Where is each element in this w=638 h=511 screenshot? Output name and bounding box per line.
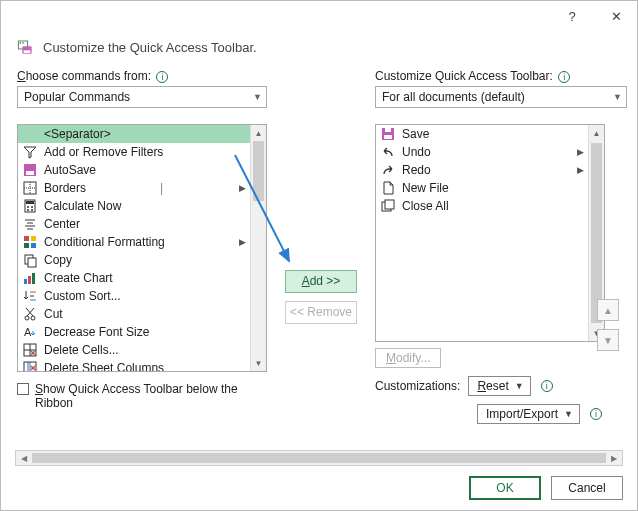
choose-commands-dropdown[interactable]: Popular Commands ▼	[17, 86, 267, 108]
save-icon	[380, 126, 396, 142]
import-export-dropdown[interactable]: Import/Export ▼	[477, 404, 580, 424]
list-item-label: Redo	[402, 163, 431, 177]
cut-icon	[22, 306, 38, 322]
svg-point-12	[27, 206, 29, 208]
svg-rect-28	[32, 273, 35, 284]
chevron-down-icon: ▼	[515, 381, 524, 391]
list-item[interactable]: Delete Sheet Columns	[18, 359, 250, 371]
dialog-footer: OK Cancel	[469, 476, 623, 500]
redo-icon	[380, 162, 396, 178]
svg-rect-48	[385, 128, 391, 132]
qat-icon	[17, 39, 33, 55]
choose-commands-label: Choose commands from: i	[17, 69, 267, 83]
svg-line-35	[26, 308, 33, 316]
list-item[interactable]: <Separator>	[18, 125, 250, 143]
list-item[interactable]: Custom Sort...	[18, 287, 250, 305]
chart-icon	[22, 270, 38, 286]
customize-qat-label: Customize Quick Access Toolbar: i	[375, 69, 627, 83]
submenu-icon: ▶	[577, 165, 584, 175]
list-item[interactable]: Add or Remove Filters	[18, 143, 250, 161]
scroll-right-icon[interactable]: ▶	[606, 451, 622, 465]
svg-rect-1	[20, 42, 21, 43]
list-item[interactable]: Undo▶	[376, 143, 588, 161]
calc-icon	[22, 198, 38, 214]
ok-button[interactable]: OK	[469, 476, 541, 500]
list-item-label: <Separator>	[44, 127, 111, 141]
condfmt-icon	[22, 234, 38, 250]
scroll-left-icon[interactable]: ◀	[16, 451, 32, 465]
list-item-label: New File	[402, 181, 449, 195]
scroll-up-icon[interactable]: ▲	[589, 125, 604, 141]
fontdec-icon: A	[22, 324, 38, 340]
show-below-ribbon-checkbox[interactable]: Show Quick Access Toolbar below the Ribb…	[17, 382, 267, 410]
available-commands-list[interactable]: <Separator>Add or Remove FiltersAutoSave…	[17, 124, 267, 372]
info-icon[interactable]: i	[156, 71, 168, 83]
submenu-icon: ▶	[577, 147, 584, 157]
svg-point-15	[31, 209, 33, 211]
svg-rect-4	[24, 50, 31, 53]
scroll-up-icon[interactable]: ▲	[251, 125, 266, 141]
list-item[interactable]: Calculate Now	[18, 197, 250, 215]
hscrollbar[interactable]: ◀ ▶	[15, 450, 623, 466]
svg-point-14	[27, 209, 29, 211]
svg-rect-23	[31, 243, 36, 248]
list-item-label: Borders	[44, 181, 86, 195]
list-item[interactable]: Borders|▶	[18, 179, 250, 197]
info-icon[interactable]: i	[558, 71, 570, 83]
cancel-button[interactable]: Cancel	[551, 476, 623, 500]
move-down-button[interactable]: ▼	[597, 329, 619, 351]
list-item[interactable]: Delete Cells...	[18, 341, 250, 359]
list-item[interactable]: AutoSave	[18, 161, 250, 179]
move-up-button[interactable]: ▲	[597, 299, 619, 321]
svg-rect-6	[26, 171, 34, 175]
borders-icon	[22, 180, 38, 196]
close-button[interactable]: ✕	[603, 5, 629, 27]
chevron-down-icon: ▼	[613, 92, 622, 102]
svg-rect-50	[385, 200, 394, 209]
vscrollbar[interactable]: ▲ ▼	[250, 125, 266, 371]
submenu-icon: ▶	[239, 183, 246, 193]
svg-text:A: A	[24, 326, 32, 338]
delcells-icon	[22, 342, 38, 358]
svg-point-33	[31, 316, 35, 320]
closeall-icon	[380, 198, 396, 214]
add-button[interactable]: Add >>	[285, 270, 357, 293]
list-item[interactable]: New File	[376, 179, 588, 197]
list-item-label: Delete Sheet Columns	[44, 361, 164, 371]
undo-icon	[380, 144, 396, 160]
customize-scope-dropdown[interactable]: For all documents (default) ▼	[375, 86, 627, 108]
center-icon	[22, 216, 38, 232]
list-item[interactable]: Center	[18, 215, 250, 233]
list-item-label: Cut	[44, 307, 63, 321]
list-item-label: Save	[402, 127, 429, 141]
list-item-label: Create Chart	[44, 271, 113, 285]
info-icon[interactable]: i	[541, 380, 553, 392]
reset-dropdown[interactable]: Reset ▼	[468, 376, 530, 396]
list-item[interactable]: Close All	[376, 197, 588, 215]
list-item-label: Center	[44, 217, 80, 231]
current-commands-list[interactable]: SaveUndo▶Redo▶New FileClose All ▲ ▼	[375, 124, 605, 342]
chevron-down-icon: ▼	[253, 92, 262, 102]
svg-rect-26	[24, 279, 27, 284]
list-item[interactable]: Redo▶	[376, 161, 588, 179]
list-item[interactable]: ADecrease Font Size	[18, 323, 250, 341]
list-item[interactable]: Copy	[18, 251, 250, 269]
list-item[interactable]: Save	[376, 125, 588, 143]
svg-rect-42	[27, 362, 31, 371]
list-item[interactable]: Cut	[18, 305, 250, 323]
info-icon[interactable]: i	[590, 408, 602, 420]
list-item-label: Decrease Font Size	[44, 325, 149, 339]
list-item-label: Add or Remove Filters	[44, 145, 163, 159]
list-item[interactable]: Conditional Formatting▶	[18, 233, 250, 251]
list-item-label: Calculate Now	[44, 199, 121, 213]
svg-rect-11	[26, 201, 34, 204]
customizations-label: Customizations:	[375, 379, 460, 393]
svg-rect-27	[28, 276, 31, 284]
help-button[interactable]: ?	[559, 5, 585, 27]
svg-rect-20	[24, 236, 29, 241]
scroll-down-icon[interactable]: ▼	[251, 355, 266, 371]
list-item-label: Conditional Formatting	[44, 235, 165, 249]
chevron-down-icon: ▼	[564, 409, 573, 419]
list-item[interactable]: Create Chart	[18, 269, 250, 287]
autosave-icon	[22, 162, 38, 178]
